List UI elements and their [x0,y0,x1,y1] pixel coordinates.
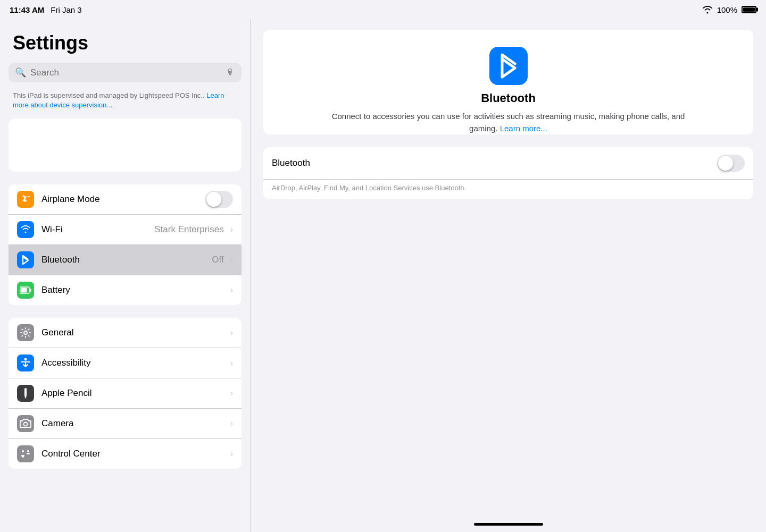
svg-point-3 [24,331,27,334]
sidebar-item-accessibility[interactable]: Accessibility › [9,348,242,378]
accessibility-icon [17,354,34,371]
airplane-mode-label: Airplane Mode [41,194,205,205]
supervision-notice: This iPad is supervised and managed by L… [13,91,237,110]
bluetooth-chevron: › [230,255,233,265]
svg-rect-10 [27,453,30,454]
svg-point-4 [24,358,27,361]
camera-label: Camera [41,418,228,429]
wifi-status-icon [702,5,713,14]
airplane-mode-icon [17,191,34,208]
control-center-icon [17,445,34,462]
bluetooth-label: Bluetooth [41,255,212,265]
settings-title: Settings [13,32,242,54]
search-bar[interactable]: 🔍 🎙 [9,63,242,82]
general-label: General [41,327,228,338]
wifi-label: Wi-Fi [41,224,154,235]
battery-percentage: 100% [717,5,737,14]
battery-chevron: › [230,285,233,295]
airplane-mode-toggle[interactable] [205,191,233,208]
wifi-icon [17,221,34,238]
sidebar-item-general[interactable]: General › [9,318,242,348]
sidebar-item-bluetooth[interactable]: Bluetooth Off › [9,245,242,275]
svg-rect-11 [21,455,24,457]
bluetooth-setting-card: Bluetooth AirDrop, AirPlay, Find My, and… [263,147,753,199]
control-center-chevron: › [230,449,233,459]
camera-chevron: › [230,419,233,428]
battery-settings-icon [17,282,34,299]
bluetooth-icon [17,251,34,268]
sidebar-item-battery[interactable]: Battery › [9,275,242,305]
microphone-icon[interactable]: 🎙 [226,67,235,78]
bluetooth-toggle-label: Bluetooth [272,158,717,168]
account-card [9,119,242,172]
svg-point-6 [24,423,28,426]
general-icon [17,324,34,341]
home-indicator [474,523,543,526]
status-date: Fri Jan 3 [51,5,81,14]
accessibility-chevron: › [230,358,233,368]
svg-rect-2 [30,289,31,292]
svg-rect-5 [24,388,27,396]
camera-icon [17,415,34,432]
bluetooth-hint: AirDrop, AirPlay, Find My, and Location … [263,180,753,199]
apple-pencil-label: Apple Pencil [41,388,228,399]
wifi-chevron: › [230,225,233,234]
bluetooth-panel-description: Connect to accessories you can use for a… [328,111,689,134]
svg-point-7 [22,450,24,452]
apple-pencil-chevron: › [230,389,233,398]
settings-group-connectivity: Airplane Mode Wi-Fi Stark Enterprises › [9,184,242,305]
search-icon: 🔍 [15,67,26,78]
general-chevron: › [230,328,233,337]
control-center-label: Control Center [41,449,228,459]
bluetooth-panel-title: Bluetooth [481,91,536,105]
status-right: 100% [702,5,756,14]
sidebar-item-control-center[interactable]: Control Center › [9,439,242,469]
bluetooth-header: Bluetooth Connect to accessories you can… [276,47,740,134]
svg-point-8 [27,450,29,452]
sidebar-item-apple-pencil[interactable]: Apple Pencil › [9,378,242,409]
bluetooth-toggle-switch[interactable] [717,155,745,172]
battery-icon [742,6,756,13]
accessibility-label: Accessibility [41,358,228,368]
svg-rect-1 [21,288,27,293]
search-input[interactable] [30,67,222,78]
battery-label: Battery [41,285,228,295]
apple-pencil-icon [17,385,34,402]
sidebar-item-airplane-mode[interactable]: Airplane Mode [9,184,242,215]
sidebar-item-wifi[interactable]: Wi-Fi Stark Enterprises › [9,215,242,245]
sidebar-item-camera[interactable]: Camera › [9,409,242,439]
right-panel: Bluetooth Connect to accessories you can… [251,19,766,532]
airplane-mode-toggle-switch[interactable] [205,191,233,208]
status-bar: 11:43 AM Fri Jan 3 100% [0,0,766,19]
bluetooth-value: Off [212,255,223,265]
wifi-value: Stark Enterprises [154,224,223,235]
bluetooth-info-card: Bluetooth Connect to accessories you can… [263,30,753,134]
status-time: 11:43 AM [10,5,44,14]
bluetooth-toggle-row: Bluetooth [263,147,753,180]
bluetooth-large-icon [489,47,528,85]
settings-group-system: General › Accessibility › [9,318,242,469]
bluetooth-learn-more-link[interactable]: Learn more... [500,124,547,133]
sidebar: Settings 🔍 🎙 This iPad is supervised and… [0,19,250,532]
